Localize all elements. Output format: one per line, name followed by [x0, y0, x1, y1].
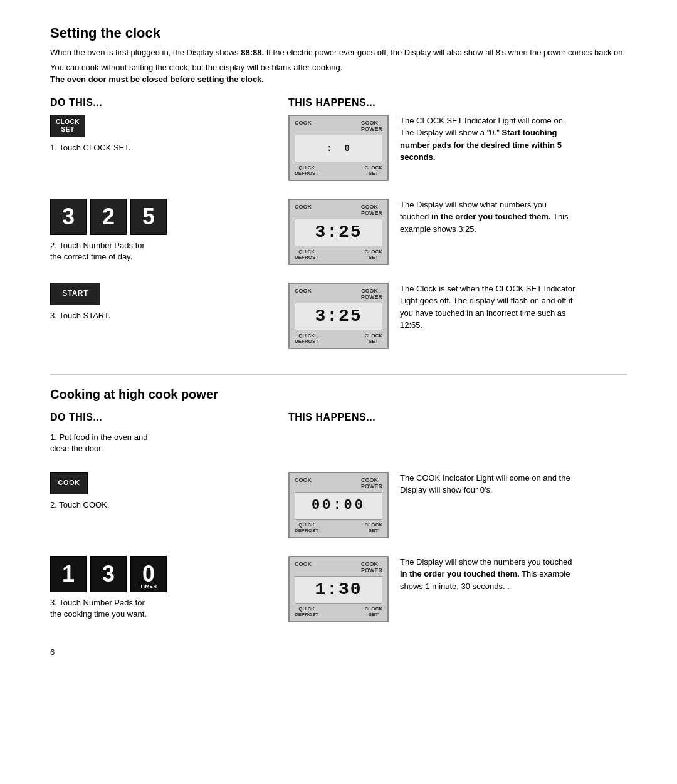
cooking-step-3-label: 3. Touch Number Pads for the cooking tim… [50, 597, 147, 620]
display-cook-power-label: COOKPOWER [361, 120, 382, 132]
display-quick-defrost3: QUICKDEFROST [295, 333, 318, 344]
cook-display-power-label: COOKPOWER [361, 477, 382, 489]
cook-num-pad-1[interactable]: 1 [50, 556, 87, 592]
intro-paragraph-1: When the oven is first plugged in, the D… [50, 46, 627, 59]
display-clock-set2: CLOCKSET [365, 249, 382, 260]
clock-step-2-description: The Display will show what numbers you t… [400, 199, 575, 236]
clock-step-3-right: COOK COOKPOWER 3:25 QUICKDEFROST CLOCKSE… [288, 283, 575, 349]
clock-step-1: CLOCK SET 1. Touch CLOCK SET. COOK COOKP… [50, 115, 627, 181]
cook-display-power-label2: COOKPOWER [361, 561, 382, 573]
clock-step-3-description: The Clock is set when the CLOCK SET Indi… [400, 283, 575, 332]
cooking-step-3-right: COOK COOKPOWER 1:30 QUICKDEFROST CLOCKSE… [288, 556, 575, 622]
cook-num-pad-3[interactable]: 3 [90, 556, 127, 592]
clock-step-2-display: COOK COOKPOWER 3:25 QUICKDEFROST CLOCKSE… [288, 199, 389, 265]
cooking-num-pads: 1 3 0 TIMER [50, 556, 167, 592]
cook-button[interactable]: COOK [50, 472, 88, 494]
cooking-step-1-left: 1. Put food in the oven and close the do… [50, 429, 288, 454]
display-quick-defrost2: QUICKDEFROST [295, 249, 318, 260]
display-clock-set3: CLOCKSET [365, 333, 382, 344]
clock-step-2: 3 2 5 2. Touch Number Pads for the corre… [50, 199, 627, 265]
cooking-step-2-label: 2. Touch COOK. [50, 499, 109, 511]
clock-step-3-display: COOK COOKPOWER 3:25 QUICKDEFROST CLOCKSE… [288, 283, 389, 349]
clock-step-1-display: COOK COOKPOWER : 0 QUICKDEFROST CLOCKSET [288, 115, 389, 181]
cooking-step-3-display: COOK COOKPOWER 1:30 QUICKDEFROST CLOCKSE… [288, 556, 389, 622]
cook-display-clock-set2: CLOCKSET [365, 606, 382, 617]
num-pad-2[interactable]: 2 [90, 199, 127, 235]
cooking-this-happens-header: THIS HAPPENS... [288, 412, 375, 423]
display-clock-set: CLOCKSET [365, 165, 382, 176]
display-cook-label2: COOK [295, 204, 312, 216]
cook-num-pad-0[interactable]: 0 TIMER [130, 556, 167, 592]
cooking-step-2: COOK 2. Touch COOK. COOK COOKPOWER 00:00… [50, 472, 627, 538]
cooking-step-3-description: The Display will show the numbers you to… [400, 556, 575, 593]
cooking-step-2-display: COOK COOKPOWER 00:00 QUICKDEFROST CLOCKS… [288, 472, 389, 538]
cooking-title: Cooking at high cook power [50, 387, 627, 402]
section-divider [50, 374, 627, 375]
columns-header: DO THIS... THIS HAPPENS... [50, 97, 627, 108]
cooking-step-3-left: 1 3 0 TIMER 3. Touch Number Pads for the… [50, 556, 288, 620]
display-cook-power-label2: COOKPOWER [361, 204, 382, 216]
setting-clock-section: Setting the clock When the oven is first… [50, 25, 627, 349]
cook-display-quick-defrost: QUICKDEFROST [295, 522, 318, 533]
clock-step-3-left: START 3. Touch START. [50, 283, 288, 321]
display-cook-label3: COOK [295, 288, 312, 300]
num-pad-3[interactable]: 3 [50, 199, 87, 235]
cooking-step-2-left: COOK 2. Touch COOK. [50, 472, 288, 511]
num-pad-5[interactable]: 5 [130, 199, 167, 235]
cooking-step-1: 1. Put food in the oven and close the do… [50, 429, 627, 454]
clock-step-2-right: COOK COOKPOWER 3:25 QUICKDEFROST CLOCKSE… [288, 199, 575, 265]
clock-step-2-screen: 3:25 [295, 219, 382, 246]
clock-step-2-left: 3 2 5 2. Touch Number Pads for the corre… [50, 199, 288, 263]
clock-step-2-label: 2. Touch Number Pads for the correct tim… [50, 240, 145, 263]
clock-step-1-left: CLOCK SET 1. Touch CLOCK SET. [50, 115, 288, 154]
do-this-header: DO THIS... [50, 97, 288, 108]
display-quick-defrost: QUICKDEFROST [295, 165, 318, 176]
cooking-step-2-screen: 00:00 [295, 492, 382, 520]
cooking-step-2-description: The COOK Indicator Light will come on an… [400, 472, 575, 496]
clock-step-1-label: 1. Touch CLOCK SET. [50, 142, 130, 154]
clock-step-1-right: COOK COOKPOWER : 0 QUICKDEFROST CLOCKSET… [288, 115, 575, 181]
cooking-columns-header: DO THIS... THIS HAPPENS... [50, 412, 627, 423]
cooking-step-3: 1 3 0 TIMER 3. Touch Number Pads for the… [50, 556, 627, 622]
cooking-step-3-screen: 1:30 [295, 576, 382, 604]
clock-step-3: START 3. Touch START. COOK COOKPOWER 3:2… [50, 283, 627, 349]
intro-paragraph-2: You can cook without setting the clock, … [50, 61, 627, 86]
display-cook-power-label3: COOKPOWER [361, 288, 382, 300]
cooking-section: Cooking at high cook power DO THIS... TH… [50, 387, 627, 622]
cooking-do-this-header: DO THIS... [50, 412, 288, 423]
clock-step-1-description: The CLOCK SET Indicator Light will come … [400, 115, 575, 164]
clock-set-button[interactable]: CLOCK SET [50, 115, 85, 137]
setting-clock-title: Setting the clock [50, 25, 627, 41]
start-button[interactable]: START [50, 283, 100, 305]
cooking-step-2-right: COOK COOKPOWER 00:00 QUICKDEFROST CLOCKS… [288, 472, 575, 538]
clock-step-1-screen: : 0 [295, 135, 382, 162]
clock-num-pads: 3 2 5 [50, 199, 167, 235]
page-number: 6 [50, 647, 627, 657]
clock-step-3-screen: 3:25 [295, 303, 382, 330]
this-happens-header: THIS HAPPENS... [288, 97, 375, 108]
display-cook-label: COOK [295, 120, 312, 132]
cook-display-cook-label2: COOK [295, 561, 312, 573]
cook-display-quick-defrost2: QUICKDEFROST [295, 606, 318, 617]
cook-display-clock-set: CLOCKSET [365, 522, 382, 533]
cooking-step-1-label: 1. Put food in the oven and close the do… [50, 432, 147, 454]
clock-step-3-label: 3. Touch START. [50, 310, 110, 321]
cook-display-cook-label: COOK [295, 477, 312, 489]
